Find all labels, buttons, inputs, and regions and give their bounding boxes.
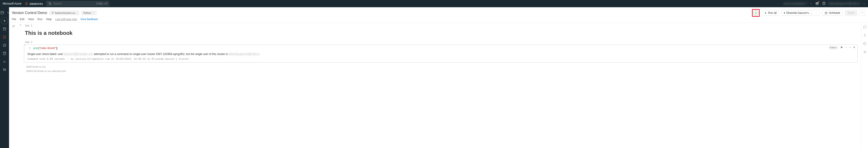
top-bar: Microsoft Azure databricks CTRL + P azur… [0, 0, 868, 7]
revision-history-icon[interactable] [863, 42, 867, 46]
close-cell-icon[interactable] [853, 46, 856, 49]
workflows-icon[interactable] [1, 66, 8, 73]
menu-help[interactable]: Help [46, 18, 52, 21]
collapse-header-button[interactable] [859, 10, 865, 16]
global-search[interactable]: CTRL + P [46, 1, 110, 6]
cell-menu-chevron-icon[interactable] [845, 46, 847, 49]
toc-icon[interactable] [11, 24, 16, 28]
workspace-name[interactable]: azure-workspace-1 [784, 2, 807, 5]
share-button: Share [845, 10, 857, 16]
calendar-icon [825, 11, 828, 14]
cmd-label-1: Cmd 1 [25, 24, 859, 27]
schedule-button[interactable]: Schedule [822, 10, 843, 16]
mlflow-icon[interactable] [863, 33, 867, 38]
code-fn: print [33, 47, 38, 50]
language-label: Python [84, 11, 91, 14]
cluster-selector[interactable]: Elisenda Gascon's Clust... [781, 10, 820, 16]
markdown-heading[interactable]: This is a notebook [23, 28, 859, 41]
right-rail: NEW [861, 23, 868, 148]
last-edit-status[interactable]: Last edit was now [55, 18, 77, 21]
branch-selector[interactable]: feature/version-co... [50, 11, 79, 15]
svg-point-6 [824, 4, 824, 4]
svg-point-19 [52, 12, 53, 12]
branch-name: feature/version-co... [55, 11, 77, 14]
svg-rect-23 [825, 12, 827, 14]
minimize-cell-icon[interactable] [849, 46, 851, 49]
chevron-down-icon[interactable] [810, 2, 812, 5]
cell-output-meta: Command took 0.09 seconds -- by jessica.… [24, 57, 857, 62]
left-rail [0, 7, 9, 148]
notebook-title[interactable]: Version Control Demo [12, 11, 47, 15]
git-branch-icon [52, 11, 54, 14]
user-email[interactable]: elisenda.gascon@mail.co [829, 2, 860, 5]
cluster-status-dot [784, 12, 785, 13]
menu-run[interactable]: Run [37, 18, 42, 21]
chevron-down-icon [92, 12, 94, 14]
play-icon [765, 12, 767, 14]
collaborator-avatar[interactable]: J [753, 10, 758, 16]
line-number: 1 [24, 47, 33, 50]
help-icon[interactable] [822, 2, 826, 6]
menu-edit[interactable]: Edit [20, 18, 24, 21]
error-user: jessica.h@example.com [64, 53, 93, 56]
svg-rect-11 [3, 28, 6, 30]
cell-language-tag[interactable]: Python [828, 46, 839, 49]
code-editor[interactable]: print("Hello World!") [33, 47, 57, 50]
workspace-nav-icon[interactable] [0, 9, 6, 16]
variables-icon[interactable] [863, 51, 867, 55]
chevron-down-icon[interactable] [863, 2, 865, 5]
hint-line: Shift+Enter to run [26, 65, 859, 69]
svg-line-1 [51, 4, 51, 5]
run-cell-icon[interactable] [840, 46, 843, 50]
highlighted-avatar: J [752, 9, 760, 17]
svg-point-35 [864, 34, 865, 35]
cell-output-error: Single-user check failed: user jessica.h… [24, 51, 857, 57]
svg-marker-22 [765, 12, 766, 13]
search-shortcut: CTRL + P [96, 2, 107, 5]
workspace-icon[interactable] [1, 25, 8, 33]
new-button[interactable] [1, 17, 8, 24]
error-owner: elisenda.gascon@mail.co [228, 53, 259, 56]
chevron-down-icon [815, 12, 817, 14]
cluster-name: Elisenda Gascon's Clust... [786, 11, 814, 14]
search-input[interactable] [53, 2, 95, 5]
data-icon[interactable] [1, 50, 8, 57]
run-all-button[interactable]: Run all [762, 10, 779, 16]
svg-point-0 [49, 2, 51, 4]
give-feedback-link[interactable]: Give feedback [81, 18, 98, 21]
compute-icon[interactable] [1, 58, 8, 65]
menu-bar: File Edit View Run Help Last edit was no… [9, 17, 868, 23]
repos-icon[interactable] [1, 33, 8, 41]
svg-point-20 [52, 13, 53, 14]
error-text: Single-user check failed: user [27, 53, 64, 56]
language-selector[interactable]: Python [82, 11, 96, 15]
code-cell[interactable]: Python 1 print("Hello World!") Single- [24, 45, 858, 62]
svg-point-15 [3, 52, 6, 53]
comments-icon[interactable] [863, 25, 867, 29]
run-all-label: Run all [768, 11, 777, 14]
search-icon [49, 2, 52, 5]
hint-line: Shift+Ctrl+Enter to run selected text [26, 69, 859, 73]
menu-file[interactable]: File [12, 18, 16, 21]
svg-marker-30 [20, 25, 21, 26]
run-hints: Shift+Enter to run Shift+Ctrl+Enter to r… [26, 65, 859, 73]
databricks-logo[interactable]: databricks [25, 2, 43, 5]
chevron-up-icon [861, 11, 864, 14]
azure-label: Microsoft Azure [3, 2, 22, 5]
svg-rect-7 [1, 11, 4, 14]
databricks-icon [25, 2, 28, 5]
recents-icon[interactable] [1, 42, 8, 49]
schedule-label: Schedule [829, 11, 840, 14]
collapse-cell-icon[interactable] [19, 24, 22, 26]
notebook-header: Version Control Demo feature/version-co.… [9, 7, 868, 17]
code-string: "Hello World!" [39, 47, 56, 50]
gift-icon[interactable] [815, 2, 819, 6]
cmd-label-2: Cmd 2 [25, 41, 859, 44]
svg-marker-31 [841, 46, 843, 48]
menu-view[interactable]: View [28, 18, 34, 21]
error-text: attempted to run a command on single-use… [93, 53, 228, 56]
brand-text: databricks [30, 2, 43, 5]
